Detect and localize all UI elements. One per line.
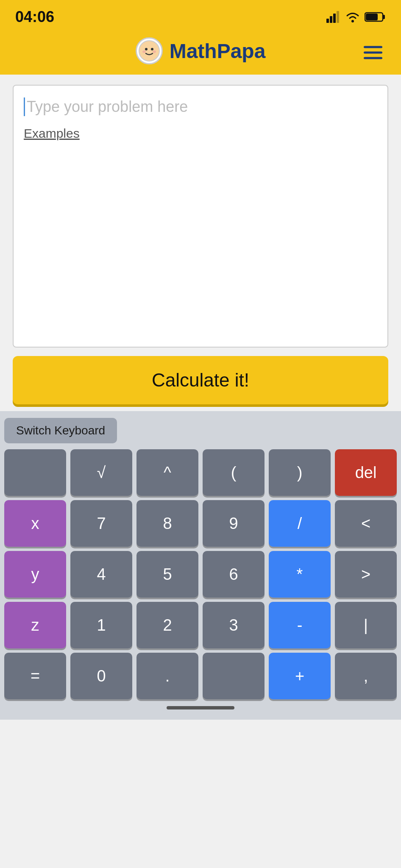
input-placeholder-area: Type your problem here: [24, 97, 377, 116]
svg-rect-6: [383, 15, 385, 19]
empty-key[interactable]: [4, 449, 66, 496]
y-key[interactable]: y: [4, 551, 66, 598]
one-key[interactable]: 1: [70, 602, 132, 648]
three-key[interactable]: 3: [203, 602, 265, 648]
placeholder-text: Type your problem here: [27, 98, 188, 116]
sqrt-key[interactable]: √: [70, 449, 132, 496]
text-cursor: [24, 97, 25, 116]
divide-key[interactable]: /: [269, 500, 331, 547]
seven-key[interactable]: 7: [70, 500, 132, 547]
examples-link[interactable]: Examples: [24, 126, 80, 141]
header-logo: MathPapa: [136, 37, 266, 64]
hamburger-line-2: [364, 52, 382, 54]
multiply-key[interactable]: *: [269, 551, 331, 598]
comma-key[interactable]: ,: [335, 653, 397, 699]
main-content: Type your problem here Examples Calculat…: [0, 75, 401, 411]
six-key[interactable]: 6: [203, 551, 265, 598]
keyboard-grid: √^()delx789/<y456*>z123-|=0.+,: [4, 449, 397, 699]
logo-face-icon: [138, 40, 160, 62]
signal-bars-icon: [326, 9, 341, 25]
nine-key[interactable]: 9: [203, 500, 265, 547]
svg-rect-1: [330, 16, 332, 23]
less-than-key[interactable]: <: [335, 500, 397, 547]
equals-key[interactable]: =: [4, 653, 66, 699]
hamburger-menu-button[interactable]: [360, 43, 386, 63]
logo-avatar: [136, 37, 163, 64]
minus-key[interactable]: -: [269, 602, 331, 648]
home-indicator: [0, 699, 401, 720]
greater-than-key[interactable]: >: [335, 551, 397, 598]
svg-rect-2: [333, 14, 336, 23]
svg-point-11: [142, 50, 146, 53]
calculate-button[interactable]: Calculate it!: [13, 356, 388, 404]
five-key[interactable]: 5: [136, 551, 198, 598]
pipe-key[interactable]: |: [335, 602, 397, 648]
delete-key[interactable]: del: [335, 449, 397, 496]
two-key[interactable]: 2: [136, 602, 198, 648]
open-paren-key[interactable]: (: [203, 449, 265, 496]
x-key[interactable]: x: [4, 500, 66, 547]
dot-key[interactable]: .: [136, 653, 198, 699]
status-bar: 04:06: [0, 0, 401, 31]
empty-key-2[interactable]: [203, 653, 265, 699]
hamburger-line-1: [364, 46, 382, 48]
hamburger-line-3: [364, 57, 382, 59]
close-paren-key[interactable]: ): [269, 449, 331, 496]
status-time: 04:06: [15, 8, 54, 26]
svg-point-10: [151, 48, 153, 50]
switch-keyboard-button[interactable]: Switch Keyboard: [4, 418, 117, 443]
status-icons: [326, 9, 386, 25]
home-bar: [167, 706, 234, 709]
keyboard-area: Switch Keyboard √^()delx789/<y456*>z123-…: [0, 411, 401, 699]
battery-icon: [365, 11, 386, 23]
svg-point-9: [145, 48, 148, 50]
svg-rect-3: [337, 11, 339, 23]
four-key[interactable]: 4: [70, 551, 132, 598]
svg-rect-0: [326, 19, 329, 23]
plus-key[interactable]: +: [269, 653, 331, 699]
svg-point-12: [153, 50, 156, 53]
eight-key[interactable]: 8: [136, 500, 198, 547]
wifi-icon: [345, 9, 360, 25]
svg-point-8: [139, 41, 159, 61]
caret-key[interactable]: ^: [136, 449, 198, 496]
app-title: MathPapa: [170, 39, 266, 63]
z-key[interactable]: z: [4, 602, 66, 648]
svg-point-4: [351, 20, 354, 22]
svg-rect-7: [366, 14, 378, 20]
app-header: MathPapa: [0, 31, 401, 75]
zero-key[interactable]: 0: [70, 653, 132, 699]
problem-input-container[interactable]: Type your problem here Examples: [13, 85, 388, 348]
